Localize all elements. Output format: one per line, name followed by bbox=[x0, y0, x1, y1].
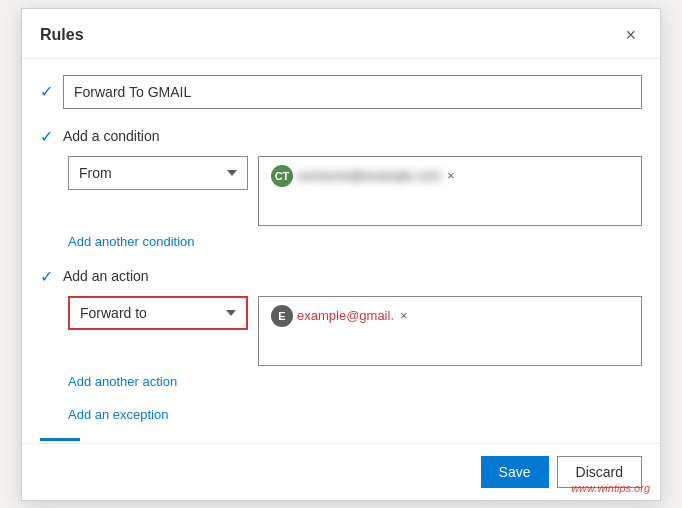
action-dropdown[interactable]: Forward to Move to Copy to Delete Mark a… bbox=[68, 296, 248, 330]
rule-name-check-icon: ✓ bbox=[40, 82, 53, 101]
rules-dialog: Rules × ✓ ✓ Add a condition From To Subj… bbox=[21, 8, 661, 501]
add-condition-link[interactable]: Add another condition bbox=[68, 234, 642, 249]
rule-name-input[interactable] bbox=[63, 75, 642, 109]
condition-section-label: Add a condition bbox=[63, 128, 160, 144]
condition-check-icon: ✓ bbox=[40, 127, 53, 146]
condition-tag-avatar: CT bbox=[271, 165, 293, 187]
condition-tag-email: someone@example.com bbox=[297, 168, 441, 183]
save-button[interactable]: Save bbox=[481, 456, 549, 488]
discard-button[interactable]: Discard bbox=[557, 456, 642, 488]
action-section-label: Add an action bbox=[63, 268, 149, 284]
add-exception-link[interactable]: Add an exception bbox=[68, 407, 642, 422]
condition-section-header: ✓ Add a condition bbox=[40, 127, 642, 146]
dialog-title: Rules bbox=[40, 26, 84, 44]
action-tag-email: example@gmail. bbox=[297, 308, 394, 323]
action-row: Forward to Move to Copy to Delete Mark a… bbox=[68, 296, 642, 366]
close-button[interactable]: × bbox=[619, 23, 642, 48]
condition-section: ✓ Add a condition From To Subject Has at… bbox=[40, 127, 642, 249]
action-tag: E example@gmail. × bbox=[267, 303, 418, 329]
dialog-header: Rules × bbox=[22, 9, 660, 59]
action-tag-area: E example@gmail. × bbox=[258, 296, 642, 366]
dialog-footer: Save Discard bbox=[22, 443, 660, 500]
condition-tag: CT someone@example.com × bbox=[267, 163, 465, 189]
dialog-body: ✓ ✓ Add a condition From To Subject Has … bbox=[22, 59, 660, 438]
action-section: ✓ Add an action Forward to Move to Copy … bbox=[40, 267, 642, 389]
action-tag-avatar: E bbox=[271, 305, 293, 327]
action-tag-remove-button[interactable]: × bbox=[398, 309, 410, 322]
condition-tag-area: CT someone@example.com × bbox=[258, 156, 642, 226]
condition-row: From To Subject Has attachment Sender ad… bbox=[68, 156, 642, 226]
action-section-header: ✓ Add an action bbox=[40, 267, 642, 286]
add-action-link[interactable]: Add another action bbox=[68, 374, 642, 389]
footer-progress-bar bbox=[40, 438, 80, 441]
condition-dropdown[interactable]: From To Subject Has attachment Sender ad… bbox=[68, 156, 248, 190]
action-check-icon: ✓ bbox=[40, 267, 53, 286]
rule-name-row: ✓ bbox=[40, 75, 642, 109]
condition-tag-remove-button[interactable]: × bbox=[445, 169, 457, 182]
